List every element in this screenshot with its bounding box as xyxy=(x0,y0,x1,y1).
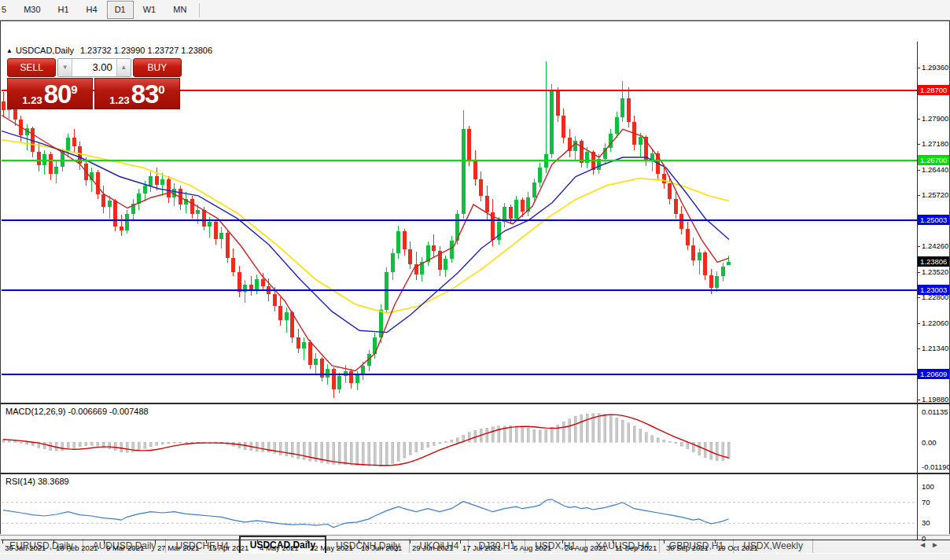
date-label: 24 Aug 2021 xyxy=(565,543,606,552)
date-tick xyxy=(562,540,563,543)
timeframe-button-d1[interactable]: D1 xyxy=(107,1,134,19)
macd-scale-label: 0.00 xyxy=(922,438,937,447)
price-tick xyxy=(917,144,920,145)
buy-button[interactable]: BUY xyxy=(133,58,182,77)
date-label: 19 Oct 2021 xyxy=(717,543,758,552)
rsi-scale-label: 0 xyxy=(922,534,926,543)
price-tick xyxy=(917,170,920,171)
volume-stepper: ▼ 3.00 ▲ xyxy=(57,58,131,77)
macd-scale-label: -0.01190 xyxy=(922,462,950,471)
rsi-scale-label: 70 xyxy=(922,498,930,507)
pane-separator[interactable] xyxy=(1,473,950,474)
date-label: 29 Jun 2021 xyxy=(412,543,453,552)
rsi-scale-label: 30 xyxy=(922,518,930,527)
timeframe-button-mn[interactable]: MN xyxy=(165,1,194,19)
price-tick-label: 1.23520 xyxy=(922,267,948,276)
date-label: 5 Aug 2021 xyxy=(514,543,551,552)
timeframe-button-5[interactable]: 5 xyxy=(0,1,14,19)
price-tick-label: 1.26440 xyxy=(922,165,948,174)
timeframe-button-h1[interactable]: H1 xyxy=(50,1,77,19)
macd-scale-label: 0.01135 xyxy=(922,407,948,416)
chart-ohlc-values: 1.23732 1.23990 1.23727 1.23806 xyxy=(80,46,212,55)
price-tick-label: 1.24260 xyxy=(922,241,948,250)
price-tick xyxy=(917,119,920,120)
date-tick xyxy=(53,540,54,543)
date-label: 30 Jan 2021 xyxy=(5,543,46,552)
price-tick-label: 1.21340 xyxy=(922,344,948,352)
price-tick xyxy=(917,323,920,324)
timeframe-toolbar: 5M30H1H4D1W1MN xyxy=(0,0,950,20)
price-tick xyxy=(917,272,920,273)
price-tick-label: 1.29360 xyxy=(922,63,948,72)
date-label: 15 Apr 2021 xyxy=(208,543,249,552)
date-label: 30 Sep 2021 xyxy=(666,543,709,552)
chart-title: ▲USDCAD,Daily1.23732 1.23990 1.23727 1.2… xyxy=(6,46,212,55)
date-tick xyxy=(613,540,613,543)
price-level-badge: 1.28700 xyxy=(918,85,949,95)
price-tick-label: 1.27900 xyxy=(922,114,948,123)
date-label: 4 May 2021 xyxy=(260,543,299,552)
sell-price-prefix: 1.23 xyxy=(22,94,42,106)
tab-scroll-right-icon[interactable]: ► xyxy=(931,540,944,549)
price-tick-label: 1.19880 xyxy=(922,395,948,403)
price-tick xyxy=(917,246,920,247)
price-level-badge: 1.23806 xyxy=(918,256,949,267)
price-level-badge: 1.23003 xyxy=(918,285,949,295)
date-tick xyxy=(460,540,461,543)
sell-price-pip: 9 xyxy=(71,83,77,95)
date-tick xyxy=(2,540,3,543)
price-level-badge: 1.20609 xyxy=(918,369,949,379)
date-tick xyxy=(664,540,665,543)
price-tick xyxy=(917,68,920,68)
sell-price-main: 80 xyxy=(44,83,72,106)
date-tick xyxy=(307,540,308,543)
date-tick xyxy=(715,540,716,543)
buy-price-panel[interactable]: 1.23 83 0 xyxy=(94,78,180,109)
buy-price-prefix: 1.23 xyxy=(109,94,129,106)
timeframe-button-w1[interactable]: W1 xyxy=(135,1,164,19)
price-level-badge: 1.26700 xyxy=(918,155,949,165)
date-tick xyxy=(206,540,207,543)
status-strip xyxy=(0,553,950,560)
volume-decrease-button[interactable]: ▼ xyxy=(58,59,72,76)
date-label: 9 Mar 2021 xyxy=(106,543,144,552)
toolbar-divider xyxy=(199,3,200,17)
date-label: 10 Jun 2021 xyxy=(361,543,402,552)
sell-button[interactable]: SELL xyxy=(7,58,56,77)
price-tick xyxy=(917,348,920,349)
date-label: 17 Jul 2021 xyxy=(462,543,501,552)
trade-widget: SELL ▼ 3.00 ▲ BUY 1.23 80 9 1.23 83 0 xyxy=(7,58,182,109)
timeframe-button-m30[interactable]: M30 xyxy=(16,1,48,19)
price-tick xyxy=(917,195,920,196)
date-tick xyxy=(410,540,411,543)
buy-price-pip: 0 xyxy=(158,83,164,95)
timeframe-button-h4[interactable]: H4 xyxy=(79,1,105,19)
rsi-indicator-label: RSI(14) 38.3689 xyxy=(6,477,69,486)
rsi-pane-canvas[interactable] xyxy=(2,474,917,540)
date-tick xyxy=(511,540,512,543)
date-tick xyxy=(257,540,258,543)
rsi-scale-label: 100 xyxy=(922,482,934,491)
date-label: 11 Sep 2021 xyxy=(615,543,657,552)
sell-price-panel[interactable]: 1.23 80 9 xyxy=(7,78,93,109)
price-tick-label: 1.27180 xyxy=(922,139,948,148)
buy-price-main: 83 xyxy=(131,83,159,106)
price-tick-label: 1.22060 xyxy=(922,319,948,327)
trading-terminal: 5M30H1H4D1W1MN ▲USDCAD,Daily1.23732 1.23… xyxy=(0,0,950,560)
volume-value[interactable]: 3.00 xyxy=(72,59,116,76)
price-tick-label: 1.25720 xyxy=(922,190,948,199)
date-label: 22 May 2021 xyxy=(310,543,353,552)
date-tick xyxy=(104,540,105,543)
date-label: 27 Mar 2021 xyxy=(157,543,199,552)
macd-indicator-label: MACD(12,26,9) -0.006669 -0.007488 xyxy=(6,407,149,416)
pane-separator xyxy=(1,540,950,540)
chart-symbol-label: USDCAD,Daily xyxy=(16,46,74,55)
volume-increase-button[interactable]: ▲ xyxy=(116,59,131,76)
price-tick xyxy=(917,400,920,400)
pane-separator[interactable] xyxy=(1,403,950,404)
price-level-badge: 1.25003 xyxy=(918,215,949,225)
date-tick xyxy=(359,540,359,543)
date-tick xyxy=(155,540,156,543)
date-label: 18 Feb 2021 xyxy=(56,543,98,552)
price-tick xyxy=(917,297,920,298)
